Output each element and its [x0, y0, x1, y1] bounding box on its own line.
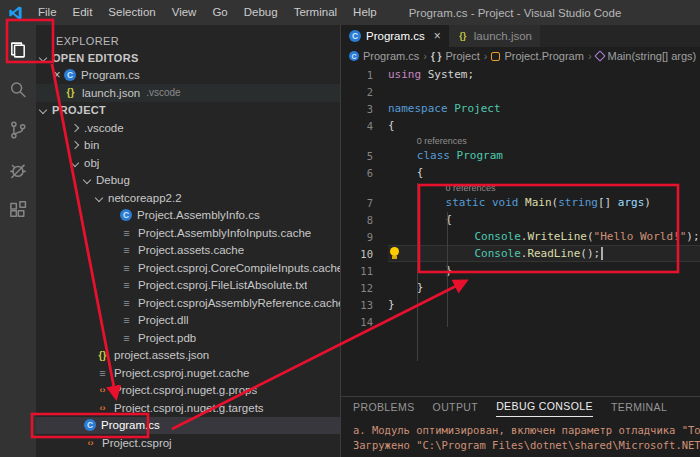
panel-tab-terminal[interactable]: TERMINAL [611, 398, 667, 417]
code-line-2[interactable]: 2 [341, 83, 700, 100]
open-editor-program-cs[interactable]: ×CProgram.cs [36, 67, 340, 85]
tree-item-project-csproj-nuget-cache[interactable]: ≡Project.csproj.nuget.cache [36, 364, 340, 382]
line-number[interactable]: 13 [341, 299, 373, 311]
tree-item-project-assets-json[interactable]: {}project.assets.json [36, 347, 340, 365]
token [448, 102, 455, 115]
file-label: Program.cs [101, 419, 160, 431]
code-line-6[interactable]: 6{ [341, 164, 700, 181]
menu-item-selection[interactable]: Selection [100, 0, 163, 25]
tree-item-debug[interactable]: Debug [36, 172, 340, 190]
file-label: Project.AssemblyInfo.cs [137, 209, 260, 221]
close-icon[interactable]: × [434, 29, 441, 43]
line-number[interactable]: 8 [341, 214, 373, 226]
activity-explorer-icon[interactable] [0, 30, 36, 70]
codelens-label[interactable]: 0 references [388, 136, 467, 146]
chevron-down-icon [39, 54, 47, 62]
activity-extensions-icon[interactable] [0, 190, 36, 230]
tree-item-project-assets-cache[interactable]: ≡Project.assets.cache [36, 242, 340, 260]
breadcrumb-project-program[interactable]: Project.Program [491, 50, 583, 62]
line-number[interactable]: 12 [341, 282, 373, 294]
code-line-3[interactable]: 3namespace Project [341, 100, 700, 117]
line-number[interactable]: 5 [341, 150, 373, 162]
line-number[interactable]: 14 [341, 316, 373, 328]
tree-item-project-assemblyinfoinputs-cache[interactable]: ≡Project.AssemblyInfoInputs.cache [36, 224, 340, 242]
tree-item-netcoreapp2-2[interactable]: netcoreapp2.2 [36, 189, 340, 207]
explorer-sidebar: EXPLORER OPEN EDITORS×CProgram.cs{}launc… [36, 25, 340, 457]
menu-item-file[interactable]: File [30, 0, 65, 25]
tree-item-program-cs[interactable]: CProgram.cs [36, 417, 340, 435]
open-editors-header[interactable]: OPEN EDITORS [36, 49, 340, 67]
menu-item-terminal[interactable]: Terminal [286, 0, 345, 25]
menu-item-edit[interactable]: Edit [65, 0, 101, 25]
tree-item-project-pdb[interactable]: ≡Project.pdb [36, 329, 340, 347]
csharp-file-icon: C [84, 419, 96, 431]
tab-program-cs[interactable]: CProgram.cs× [341, 25, 449, 47]
tree-item-bin[interactable]: bin [36, 137, 340, 155]
file-label: Project.assets.cache [138, 244, 244, 256]
codelens-label[interactable]: 0 references [388, 183, 496, 193]
sidebar-title: EXPLORER [36, 25, 340, 49]
code-line-14[interactable]: 14 [341, 313, 700, 330]
project-header[interactable]: PROJECT [36, 102, 340, 120]
tree-item-project-csprojassemblyreference-cache[interactable]: ≡Project.csprojAssemblyReference.cache [36, 294, 340, 312]
line-number[interactable]: 4 [341, 120, 373, 132]
xml-file-icon: ‹› [96, 384, 109, 397]
codelens-row: 0 references [341, 134, 700, 147]
lightbulb-icon[interactable] [389, 247, 400, 259]
csharp-file-icon: C [120, 209, 132, 221]
code-line-13[interactable]: 13} [341, 296, 700, 313]
code-editor[interactable]: 1using System;23namespace Project4{0 ref… [341, 65, 700, 396]
breadcrumb-label: Main(string[] args) [608, 50, 697, 62]
panel-tab-output[interactable]: OUTPUT [433, 398, 479, 417]
activity-search-icon[interactable] [0, 70, 36, 110]
activity-debug-icon[interactable] [0, 150, 36, 190]
tree-item-project-csproj-nuget-g-props[interactable]: ‹›Project.csproj.nuget.g.props [36, 382, 340, 400]
tab-launch-json[interactable]: {}launch.json [449, 25, 541, 47]
tree-item-project-csproj-corecompileinputs-cache[interactable]: ≡Project.csproj.CoreCompileInputs.cache [36, 259, 340, 277]
line-number[interactable]: 7 [341, 197, 373, 209]
file-label: Program.cs [81, 69, 140, 81]
line-number[interactable]: 2 [341, 86, 373, 98]
tree-item-project-csproj-nuget-g-targets[interactable]: ‹›Project.csproj.nuget.g.targets [36, 399, 340, 417]
line-number[interactable]: 3 [341, 103, 373, 115]
menu-item-help[interactable]: Help [345, 0, 385, 25]
code-line-12[interactable]: 12} [341, 279, 700, 296]
token: void [492, 196, 519, 209]
activity-source-control-icon[interactable] [0, 110, 36, 150]
menu-item-view[interactable]: View [164, 0, 205, 25]
code-line-9[interactable]: 9Console.WriteLine("Hello World!"); [341, 228, 700, 245]
panel-tab-debug-console[interactable]: DEBUG CONSOLE [496, 397, 593, 417]
code-text: using System; [388, 66, 700, 83]
breadcrumb-main-string-args[interactable]: Main(string[] args) [596, 50, 697, 62]
open-editor-launch-json[interactable]: {}launch.json.vscode [36, 84, 340, 102]
tree-item-vscode[interactable]: .vscode [36, 119, 340, 137]
token: class [417, 149, 450, 162]
close-icon[interactable]: × [50, 68, 64, 82]
breadcrumb-program-cs[interactable]: CProgram.cs [349, 50, 419, 62]
code-line-1[interactable]: 1using System; [341, 66, 700, 83]
breadcrumb-separator: › [588, 50, 592, 62]
panel-tab-bar: PROBLEMSOUTPUTDEBUG CONSOLETERMINAL [341, 397, 700, 417]
code-line-11[interactable]: 11} [341, 262, 700, 279]
panel-tab-problems[interactable]: PROBLEMS [353, 398, 415, 417]
file-file-icon: ≡ [120, 331, 133, 344]
token: { [417, 166, 424, 179]
code-line-5[interactable]: 5class Program [341, 147, 700, 164]
tree-item-project-csproj[interactable]: ‹›Project.csproj [36, 434, 340, 452]
project-header-label: PROJECT [52, 104, 106, 116]
breadcrumb-project[interactable]: { }Project [431, 50, 480, 62]
menu-item-debug[interactable]: Debug [236, 0, 286, 25]
line-number[interactable]: 11 [341, 265, 373, 277]
line-number[interactable]: 1 [341, 69, 373, 81]
tree-item-project-csproj-filelistabsolute-txt[interactable]: ≡Project.csproj.FileListAbsolute.txt [36, 277, 340, 295]
tree-item-obj[interactable]: obj [36, 154, 340, 172]
line-number[interactable]: 6 [341, 167, 373, 179]
tree-item-project-dll[interactable]: ≡Project.dll [36, 312, 340, 330]
line-number[interactable]: 10 [341, 248, 373, 260]
line-number[interactable]: 9 [341, 231, 373, 243]
menu-item-go[interactable]: Go [204, 0, 235, 25]
code-line-4[interactable]: 4{ [341, 117, 700, 134]
code-line-8[interactable]: 8{ [341, 211, 700, 228]
code-line-7[interactable]: 7static void Main(string[] args) [341, 194, 700, 211]
tree-item-project-assemblyinfo-cs[interactable]: CProject.AssemblyInfo.cs [36, 207, 340, 225]
